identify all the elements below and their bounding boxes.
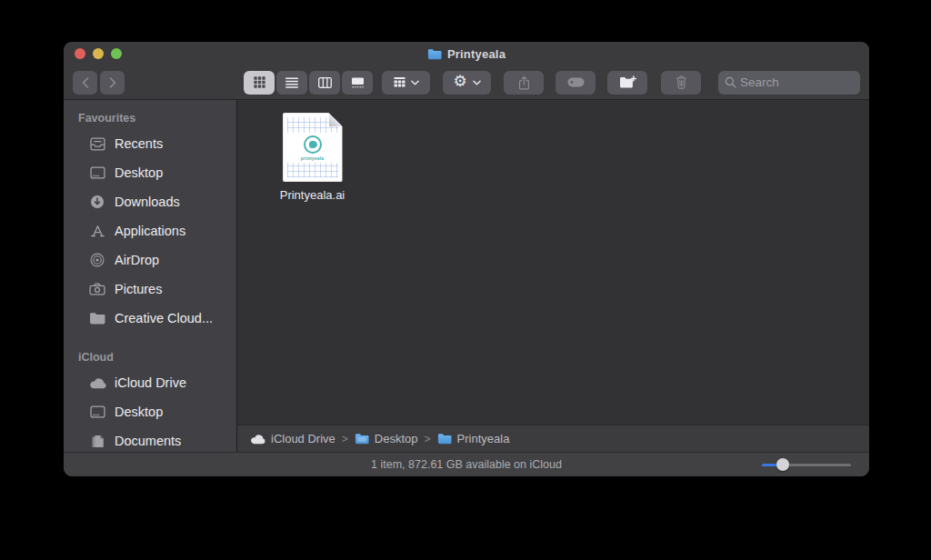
sidebar-item-icloud-drive[interactable]: iCloud Drive — [64, 368, 236, 397]
downloads-icon — [88, 195, 106, 209]
back-button[interactable] — [73, 71, 97, 95]
sidebar: Favourites Recents Desktop — [64, 100, 237, 452]
delete-button[interactable] — [661, 71, 701, 95]
sidebar-item-label: Desktop — [115, 405, 163, 419]
pictures-icon — [88, 283, 106, 295]
toolbar: ⚙ — [64, 65, 869, 100]
forward-button[interactable] — [100, 71, 125, 95]
slider-thumb[interactable] — [776, 458, 789, 471]
documents-icon — [88, 435, 106, 448]
cloud-icon — [250, 434, 265, 445]
file-name-label: Printyeala.ai — [280, 188, 345, 202]
sidebar-item-creative-cloud[interactable]: Creative Cloud... — [64, 304, 236, 333]
window-title: Printyeala — [427, 47, 506, 61]
list-view-button[interactable] — [276, 71, 307, 95]
trash-icon — [676, 75, 687, 89]
sidebar-section-icloud: iCloud iCloud Drive Desktop — [64, 347, 236, 452]
icon-size-slider[interactable] — [762, 458, 851, 471]
group-by-button[interactable] — [382, 71, 430, 95]
sidebar-item-label: Creative Cloud... — [115, 311, 213, 325]
icon-view-button[interactable] — [244, 71, 275, 95]
path-bar: iCloud Drive > Desktop > Printyeala — [237, 425, 869, 452]
close-window-button[interactable] — [75, 48, 85, 59]
sidebar-item-label: iCloud Drive — [115, 375, 186, 390]
sidebar-section-header: iCloud — [64, 347, 236, 368]
gallery-view-button[interactable] — [342, 71, 373, 95]
tag-button[interactable] — [556, 71, 596, 95]
path-item-icloud-drive[interactable]: iCloud Drive — [250, 432, 335, 445]
path-separator: > — [425, 433, 431, 445]
zoom-window-button[interactable] — [111, 48, 122, 59]
folder-icon — [427, 48, 442, 60]
sidebar-item-label: Recents — [115, 136, 163, 151]
cloud-icon — [88, 377, 106, 389]
minimize-window-button[interactable] — [93, 48, 104, 59]
search-field[interactable] — [718, 71, 860, 95]
sidebar-item-label: Downloads — [115, 195, 180, 209]
sidebar-item-applications[interactable]: Applications — [64, 216, 236, 245]
path-item-desktop[interactable]: Desktop — [355, 432, 418, 445]
sidebar-item-recents[interactable]: Recents — [64, 129, 236, 158]
sidebar-item-documents[interactable]: Documents — [64, 426, 236, 452]
new-folder-icon — [619, 75, 636, 89]
sidebar-item-label: Desktop — [115, 165, 163, 180]
view-mode-segment — [244, 71, 373, 95]
applications-icon — [88, 225, 106, 237]
folder-icon — [355, 433, 369, 445]
path-item-label: iCloud Drive — [271, 432, 335, 445]
column-view-button[interactable] — [309, 71, 340, 95]
status-bar: 1 item, 872.61 GB available on iCloud — [64, 452, 869, 476]
sidebar-section-favourites: Favourites Recents Desktop — [64, 108, 236, 333]
share-icon — [518, 75, 530, 90]
action-menu-button[interactable]: ⚙ — [443, 71, 491, 95]
sidebar-item-icloud-desktop[interactable]: Desktop — [64, 397, 236, 426]
status-text: 1 item, 872.61 GB available on iCloud — [371, 458, 562, 471]
search-icon — [725, 76, 736, 88]
desktop-icon — [88, 405, 106, 418]
page-fold-corner — [329, 113, 343, 126]
logo-mark — [309, 141, 317, 148]
window-controls — [75, 48, 122, 59]
path-item-printyeala[interactable]: Printyeala — [437, 432, 510, 445]
chevron-down-icon — [411, 80, 419, 85]
airdrop-icon — [88, 253, 106, 267]
path-item-label: Desktop — [375, 432, 418, 445]
folder-icon — [88, 312, 106, 325]
file-browser-content[interactable]: printyeala Printyeala.ai — [237, 100, 869, 425]
sidebar-item-label: Pictures — [115, 282, 162, 296]
ai-file-thumbnail: printyeala — [283, 113, 343, 182]
sidebar-item-label: Documents — [115, 434, 181, 448]
sidebar-item-label: AirDrop — [115, 253, 159, 267]
path-separator: > — [342, 433, 348, 445]
desktop-background: Printyeala — [0, 0, 931, 560]
recents-icon — [88, 137, 106, 151]
tag-icon — [567, 77, 585, 87]
new-folder-button[interactable] — [607, 71, 647, 95]
logo-text: printyeala — [301, 155, 325, 161]
logo-band: printyeala — [287, 133, 338, 163]
desktop-icon — [88, 166, 106, 179]
folder-icon — [437, 433, 452, 445]
printyeala-logo — [304, 135, 322, 154]
sidebar-item-airdrop[interactable]: AirDrop — [64, 245, 236, 275]
share-button[interactable] — [504, 71, 544, 95]
sidebar-item-label: Applications — [115, 224, 185, 238]
gear-icon: ⚙ — [453, 74, 466, 89]
window-title-text: Printyeala — [447, 47, 506, 61]
file-printyeala-ai[interactable]: printyeala Printyeala.ai — [255, 113, 369, 202]
title-bar[interactable]: Printyeala — [64, 42, 869, 65]
sidebar-item-pictures[interactable]: Pictures — [64, 275, 236, 304]
navigation-buttons — [73, 71, 125, 95]
sidebar-item-downloads[interactable]: Downloads — [64, 187, 236, 216]
chevron-down-icon — [473, 80, 481, 85]
search-input[interactable] — [740, 75, 854, 89]
finder-window: Printyeala — [64, 42, 869, 476]
sidebar-section-header: Favourites — [64, 108, 236, 129]
path-item-label: Printyeala — [457, 432, 510, 445]
sidebar-item-desktop[interactable]: Desktop — [64, 158, 236, 187]
